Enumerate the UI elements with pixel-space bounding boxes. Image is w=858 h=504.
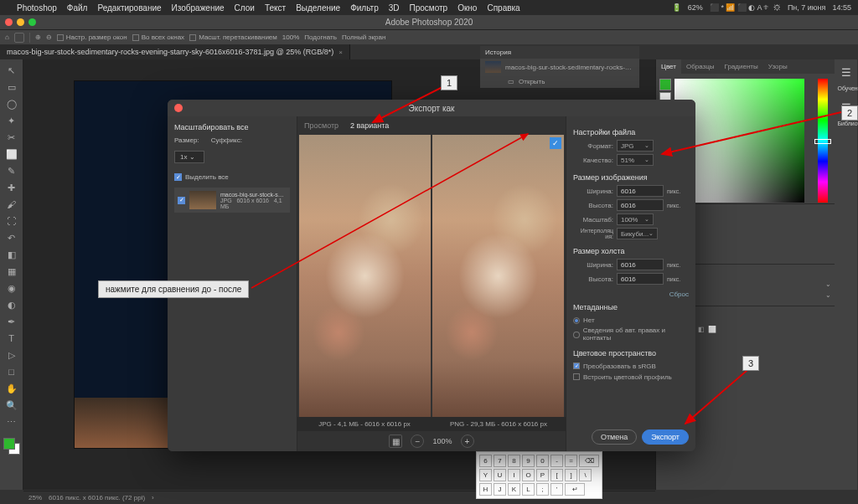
dialog-close-icon[interactable] <box>174 104 183 112</box>
preview-left[interactable] <box>299 135 431 417</box>
key-=[interactable]: = <box>565 455 577 467</box>
learn-panel-icon[interactable]: ☰ <box>841 66 851 79</box>
eyedropper-tool-icon[interactable]: ✎ <box>4 163 19 178</box>
menu-image[interactable]: Изображение <box>172 3 225 13</box>
status-zoom[interactable]: 25% <box>28 494 42 501</box>
zoom-out-button[interactable]: − <box>411 435 424 448</box>
menu-app[interactable]: Photoshop <box>17 3 57 13</box>
menu-window[interactable]: Окно <box>457 3 477 13</box>
hue-slider[interactable] <box>818 79 828 203</box>
reset-button[interactable]: Сброс <box>573 291 689 298</box>
key-O[interactable]: O <box>522 469 535 481</box>
key-P[interactable]: P <box>536 469 549 481</box>
zoom-out-icon[interactable]: ⊖ <box>46 33 52 41</box>
history-item[interactable]: macos-big-sur-stock-sedimentary-rocks-ev… <box>480 59 639 75</box>
crop-tool-icon[interactable]: ✂ <box>4 130 19 145</box>
libraries-panel-label[interactable]: Библиотеки <box>836 121 856 126</box>
opt-fit-button[interactable]: Подогнать <box>304 33 337 41</box>
lasso-tool-icon[interactable]: ◯ <box>4 96 19 111</box>
menu-help[interactable]: Справка <box>487 3 519 13</box>
move-tool-icon[interactable]: ↖ <box>4 63 19 78</box>
select-all-checkbox[interactable]: ✓ <box>174 173 182 181</box>
gradient-tool-icon[interactable]: ▦ <box>4 264 19 279</box>
blur-tool-icon[interactable]: ◉ <box>4 280 19 296</box>
history-brush-icon[interactable]: ↶ <box>4 230 19 245</box>
eraser-tool-icon[interactable]: ◧ <box>4 247 19 262</box>
menu-view[interactable]: Просмотр <box>410 3 448 13</box>
export-asset-row[interactable]: ✓ macos-big-sur-stock-sedime... JPG 6016… <box>174 188 290 213</box>
grid-icon[interactable]: ▦ <box>389 435 402 448</box>
menu-layers[interactable]: Слои <box>235 3 255 13</box>
menu-file[interactable]: Файл <box>67 3 88 13</box>
key-7[interactable]: 7 <box>494 455 506 467</box>
metadata-copyright-radio[interactable] <box>573 332 580 338</box>
marquee-tool-icon[interactable]: ▭ <box>4 80 19 95</box>
doc-tab[interactable]: macos-big-sur-stock-sedimentary-rocks-ev… <box>0 44 350 59</box>
key-L[interactable]: L <box>522 483 535 496</box>
menu-3d[interactable]: 3D <box>389 3 400 13</box>
embed-profile-checkbox[interactable] <box>573 373 580 380</box>
zoom-in-icon[interactable]: ⊕ <box>35 33 41 41</box>
tab-patterns[interactable]: Узоры <box>763 59 793 74</box>
width-input[interactable]: 6016 <box>617 185 664 197</box>
interpolation-select[interactable]: Бикуби... <box>617 228 658 239</box>
tab-color[interactable]: Цвет <box>656 59 681 74</box>
asset-checkbox[interactable]: ✓ <box>178 197 185 204</box>
key-⌫[interactable]: ⌫ <box>579 455 599 467</box>
tab-swatches[interactable]: Образцы <box>681 59 720 74</box>
window-controls[interactable] <box>5 18 36 26</box>
tab-preview[interactable]: Просмотр <box>304 121 339 130</box>
menu-filter[interactable]: Фильтр <box>350 3 379 13</box>
status-chevron-icon[interactable]: › <box>152 494 154 501</box>
virtual-keyboard[interactable]: 67890-=⌫ YUIOP[]\ HJKL;'↵ <box>476 451 602 499</box>
opt-zoom-pct[interactable]: 100% <box>282 33 299 41</box>
learn-panel-label[interactable]: Обучение <box>836 85 856 91</box>
frame-tool-icon[interactable]: ⬜ <box>4 147 19 162</box>
key-J[interactable]: J <box>494 483 506 496</box>
cancel-button[interactable]: Отмена <box>592 429 637 445</box>
brush-tool-icon[interactable]: 🖌 <box>4 197 19 212</box>
key-U[interactable]: U <box>494 469 506 481</box>
type-tool-icon[interactable]: T <box>4 331 19 346</box>
canvas-height-input[interactable]: 6016 <box>617 273 664 285</box>
export-scale-select[interactable]: 1x ⌄ <box>174 151 204 163</box>
preview-right[interactable]: ✓ <box>432 135 564 417</box>
stamp-tool-icon[interactable]: ⛶ <box>4 213 19 229</box>
zoom-tool-icon[interactable]: 🔍 <box>4 398 19 413</box>
key-\[interactable]: \ <box>579 469 592 481</box>
path-tool-icon[interactable]: ▷ <box>4 347 19 363</box>
key-Y[interactable]: Y <box>479 469 492 481</box>
metadata-none-radio[interactable] <box>573 317 580 324</box>
dodge-tool-icon[interactable]: ◐ <box>4 297 19 312</box>
export-button[interactable]: Экспорт <box>642 429 689 445</box>
home-icon[interactable]: ⌂ <box>5 33 9 41</box>
pen-tool-icon[interactable]: ✒ <box>4 314 19 329</box>
format-select[interactable]: JPG <box>617 140 654 152</box>
menu-select[interactable]: Выделение <box>296 3 340 13</box>
key-H[interactable]: H <box>479 483 492 496</box>
color-swatch[interactable] <box>3 438 20 455</box>
hand-tool-icon[interactable]: ✋ <box>4 381 19 396</box>
tab-gradients[interactable]: Градиенты <box>720 59 763 74</box>
opt-scrubby-zoom[interactable]: Масшт. перетаскиванием <box>199 33 277 41</box>
quality-select[interactable]: 51% <box>617 154 654 166</box>
canvas-width-input[interactable]: 6016 <box>617 259 664 270</box>
key-[[interactable]: [ <box>550 469 563 481</box>
opt-fullscreen-button[interactable]: Полный экран <box>342 33 385 41</box>
srgb-checkbox[interactable]: ✓ <box>573 363 580 369</box>
menu-text[interactable]: Текст <box>265 3 286 13</box>
opt-all-windows[interactable]: Во всех окнах <box>142 33 184 41</box>
shape-tool-icon[interactable]: □ <box>4 364 19 379</box>
wand-tool-icon[interactable]: ✦ <box>4 113 19 128</box>
key--[interactable]: - <box>550 455 563 467</box>
zoom-in-button[interactable]: + <box>461 435 474 448</box>
height-input[interactable]: 6016 <box>617 199 664 211</box>
key-][interactable]: ] <box>565 469 577 481</box>
key-K[interactable]: K <box>508 483 520 496</box>
menu-edit[interactable]: Редактирование <box>97 3 161 13</box>
history-step[interactable]: ▭ Открыть <box>480 75 639 88</box>
key-I[interactable]: I <box>508 469 520 481</box>
key-;[interactable]: ; <box>536 483 549 496</box>
key-0[interactable]: 0 <box>536 455 549 467</box>
key-9[interactable]: 9 <box>522 455 535 467</box>
